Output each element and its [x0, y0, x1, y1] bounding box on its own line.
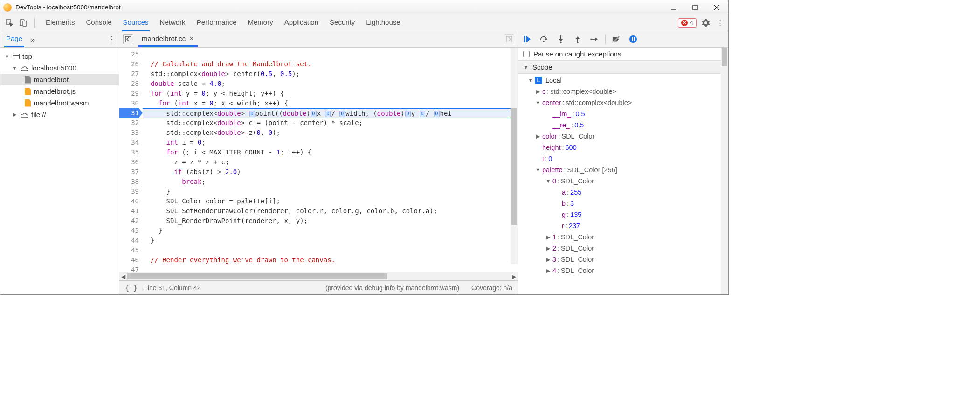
- code-lines[interactable]: // Calculate and draw the Mandelbrot set…: [143, 48, 518, 272]
- more-menu-icon[interactable]: ⋮: [715, 18, 725, 28]
- tree-top[interactable]: ▼ top: [0, 50, 119, 62]
- local-badge-icon: L: [535, 77, 542, 84]
- debug-panel-scrollbar[interactable]: [721, 48, 728, 294]
- error-count-badge[interactable]: ✕ 4: [678, 18, 697, 28]
- titlebar: DevTools - localhost:5000/mandelbrot: [0, 0, 728, 14]
- tab-memory[interactable]: Memory: [247, 14, 274, 31]
- nav-tab-page[interactable]: Page: [4, 31, 24, 47]
- var-center[interactable]: ▼center: std::complex<double>: [518, 97, 728, 108]
- nav-overflow-icon[interactable]: ⋮: [108, 35, 115, 43]
- file-icon: [25, 76, 31, 84]
- var-palette-3[interactable]: ▶3: SDL_Color: [518, 254, 728, 265]
- minimize-button[interactable]: [669, 3, 678, 12]
- tab-security[interactable]: Security: [329, 14, 356, 31]
- maximize-button[interactable]: [691, 3, 699, 12]
- var-palette[interactable]: ▼palette: SDL_Color [256]: [518, 164, 728, 175]
- tab-console[interactable]: Console: [85, 14, 113, 31]
- tab-performance[interactable]: Performance: [196, 14, 238, 31]
- tab-sources[interactable]: Sources: [122, 14, 150, 31]
- file-icon: [25, 88, 31, 95]
- var-palette-0-a[interactable]: a: 255: [518, 187, 728, 198]
- pause-exceptions-icon[interactable]: [629, 35, 637, 43]
- svg-point-21: [590, 38, 592, 40]
- svg-marker-20: [595, 37, 598, 41]
- resume-script-icon[interactable]: [523, 35, 531, 43]
- svg-point-12: [543, 41, 544, 42]
- step-into-icon[interactable]: [557, 35, 565, 43]
- scope-local[interactable]: ▼L Local: [518, 75, 728, 86]
- var-color[interactable]: ▶color: SDL_Color: [518, 131, 728, 142]
- device-toolbar-icon[interactable]: [17, 17, 29, 29]
- tree-host[interactable]: ▼ localhost:5000: [0, 62, 119, 74]
- var-height[interactable]: height: 600: [518, 142, 728, 153]
- tree-file-mandelbrot[interactable]: mandelbrot: [0, 74, 119, 85]
- cloud-icon: [20, 112, 28, 118]
- debug-info-link[interactable]: mandelbrot.wasm: [406, 284, 457, 292]
- editor-statusbar: { } Line 31, Column 42 (provided via deb…: [119, 280, 518, 294]
- devtools-logo-icon: [3, 3, 12, 12]
- svg-point-15: [560, 42, 562, 43]
- var-palette-4[interactable]: ▶4: SDL_Color: [518, 265, 728, 276]
- editor-tab-label: mandelbrot.cc: [142, 35, 186, 42]
- tree-file-mandelbrot-js[interactable]: mandelbrot.js: [0, 85, 119, 97]
- file-icon: [25, 99, 31, 107]
- debug-info-source: (provided via debug info by mandelbrot.w…: [325, 284, 459, 292]
- line-gutter[interactable]: 2526272829303132333435363738394041424344…: [119, 48, 143, 272]
- nav-more-tabs-icon[interactable]: »: [31, 35, 35, 43]
- svg-rect-6: [23, 21, 27, 26]
- svg-marker-14: [559, 39, 563, 42]
- cursor-position: Line 31, Column 42: [144, 284, 200, 292]
- nav-back-button[interactable]: [123, 34, 133, 44]
- tab-application[interactable]: Application: [283, 14, 319, 31]
- error-icon: ✕: [681, 20, 688, 26]
- tree-file-scheme[interactable]: ▶ file://: [0, 109, 119, 120]
- var-palette-2[interactable]: ▶2: SDL_Color: [518, 243, 728, 254]
- tab-elements[interactable]: Elements: [45, 14, 76, 31]
- var-center-im[interactable]: __im_: 0.5: [518, 108, 728, 119]
- var-i[interactable]: i: 0: [518, 153, 728, 164]
- svg-marker-10: [526, 36, 531, 42]
- editor-tab-mandelbrot-cc[interactable]: mandelbrot.cc ×: [138, 32, 198, 47]
- code-editor: 2526272829303132333435363738394041424344…: [119, 48, 518, 294]
- close-window-button[interactable]: [712, 3, 721, 12]
- svg-rect-9: [524, 36, 525, 42]
- svg-marker-17: [576, 36, 580, 39]
- tab-lighthouse[interactable]: Lighthouse: [365, 14, 401, 31]
- scope-tree: ▼L Local ▶c: std::complex<double> ▼cente…: [518, 74, 728, 294]
- pause-exceptions-row[interactable]: Pause on caught exceptions: [518, 48, 728, 60]
- nav-forward-button[interactable]: [504, 34, 514, 44]
- settings-gear-icon[interactable]: [701, 18, 711, 28]
- var-c[interactable]: ▶c: std::complex<double>: [518, 86, 728, 97]
- var-center-re[interactable]: __re_: 0.5: [518, 119, 728, 131]
- error-count: 4: [690, 19, 693, 27]
- debug-toolbar: [518, 31, 728, 47]
- svg-rect-8: [506, 36, 512, 42]
- debug-panel: Pause on caught exceptions ▼Scope ▼L Loc…: [518, 48, 728, 294]
- scope-section-header[interactable]: ▼Scope: [518, 60, 728, 74]
- deactivate-breakpoints-icon[interactable]: [612, 35, 621, 43]
- var-palette-0-b[interactable]: b: 3: [518, 198, 728, 209]
- var-palette-0-r[interactable]: r: 237: [518, 220, 728, 231]
- svg-rect-1: [693, 5, 697, 10]
- cloud-icon: [20, 65, 28, 71]
- var-palette-0[interactable]: ▼0: SDL_Color: [518, 175, 728, 187]
- var-palette-0-g[interactable]: g: 135: [518, 209, 728, 220]
- svg-point-18: [577, 42, 579, 43]
- editor-vertical-scrollbar[interactable]: [511, 48, 518, 264]
- file-tree: ▼ top ▼ localhost:5000 mandelbrot mandel…: [0, 48, 119, 294]
- close-tab-icon[interactable]: ×: [189, 35, 193, 42]
- coverage-status: Coverage: n/a: [471, 284, 512, 292]
- checkbox-icon[interactable]: [523, 51, 530, 57]
- window-title: DevTools - localhost:5000/mandelbrot: [15, 4, 121, 11]
- step-out-icon[interactable]: [573, 35, 582, 43]
- devtools-tabstrip: Elements Console Sources Network Perform…: [0, 14, 728, 31]
- tree-file-mandelbrot-wasm[interactable]: mandelbrot.wasm: [0, 97, 119, 109]
- var-palette-1[interactable]: ▶1: SDL_Color: [518, 231, 728, 243]
- svg-rect-7: [125, 36, 131, 42]
- step-icon[interactable]: [590, 35, 599, 43]
- pretty-print-icon[interactable]: { }: [125, 284, 138, 292]
- step-over-icon[interactable]: [540, 35, 548, 43]
- inspect-element-icon[interactable]: [3, 17, 15, 29]
- editor-horizontal-scrollbar[interactable]: ◀▶: [119, 272, 518, 280]
- tab-network[interactable]: Network: [159, 14, 186, 31]
